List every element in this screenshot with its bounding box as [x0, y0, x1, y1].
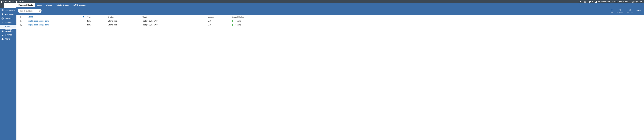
cell-version: 6.0 — [206, 19, 230, 23]
col-status[interactable]: Overall Status — [230, 15, 644, 19]
status-dot-icon — [232, 24, 233, 26]
tab-iscsi-session[interactable]: iSCSI Session — [71, 3, 88, 7]
svg-rect-8 — [3, 11, 4, 11]
plus-icon — [610, 8, 613, 11]
svg-rect-3 — [2, 10, 2, 11]
svg-point-19 — [3, 35, 3, 35]
add-label: Add — [610, 12, 613, 14]
cell-status: Running — [230, 23, 644, 27]
toolbar-band: Add Remove Refresh ⋮ More ▾ — [16, 7, 644, 15]
col-type[interactable]: Type — [86, 15, 106, 19]
more-button[interactable]: ⋮ More ▾ — [636, 8, 641, 11]
sidebar-item-label: Dashboard — [5, 9, 14, 11]
sidebar-item-storage[interactable]: Storage Systems — [0, 29, 16, 33]
brand-logo: ▮ NetApp — [1, 0, 11, 3]
sidebar-item-label: Hosts — [5, 26, 10, 28]
sidebar-item-monitor[interactable]: Monitor — [0, 17, 16, 21]
col-name[interactable]: Name — [26, 15, 86, 19]
cell-system: Stand-alone — [106, 23, 140, 27]
sidebar-item-settings[interactable]: Settings — [0, 33, 16, 37]
cell-version: 6.0 — [206, 23, 230, 27]
chart-icon — [1, 21, 4, 24]
cell-plugin: PostgreSQL, UNIX — [140, 19, 206, 23]
svg-rect-1 — [2, 10, 3, 10]
select-all-checkbox[interactable] — [20, 16, 22, 18]
sidebar-item-alerts[interactable]: Alerts — [0, 37, 16, 41]
notifications-icon[interactable] — [579, 1, 582, 3]
help-menu[interactable]: ▾ — [588, 1, 593, 3]
remove-button[interactable]: Remove — [618, 8, 623, 14]
cell-system: Stand-alone — [106, 19, 140, 23]
storage-icon — [1, 30, 4, 32]
tab-shares[interactable]: Shares — [44, 3, 54, 7]
svg-rect-6 — [2, 11, 2, 11]
hosts-table-container: Name Type System Plug-in Version Overall… — [16, 15, 644, 140]
tab-disks[interactable]: Disks — [35, 3, 44, 7]
svg-rect-5 — [3, 10, 4, 11]
svg-rect-12 — [2, 30, 4, 30]
shield-icon — [1, 13, 4, 16]
status-dot-icon — [232, 20, 233, 22]
cell-status: Running — [230, 19, 644, 23]
svg-marker-21 — [39, 10, 40, 12]
row-checkbox[interactable] — [20, 24, 22, 26]
sidebar-item-hosts[interactable]: Hosts — [0, 25, 16, 29]
sidebar-item-label: Storage Systems — [5, 29, 15, 33]
caret-down-icon: ▾ — [592, 1, 593, 3]
refresh-icon — [628, 8, 631, 11]
host-link[interactable]: psql01.sddc.netapp.com — [28, 20, 49, 22]
col-system[interactable]: System — [106, 15, 140, 19]
sidebar-item-reports[interactable]: Reports — [0, 21, 16, 25]
hosts-icon — [1, 26, 4, 28]
cell-name: psql01.sddc.netapp.com — [26, 19, 86, 23]
svg-rect-13 — [2, 31, 4, 31]
settings-icon — [1, 34, 4, 36]
user-name: administrator — [598, 1, 610, 3]
svg-point-20 — [2, 35, 2, 36]
remove-label: Remove — [618, 12, 623, 14]
filter-button[interactable] — [38, 9, 42, 13]
sidebar-item-label: Alerts — [5, 38, 10, 40]
svg-point-18 — [2, 34, 2, 34]
svg-rect-14 — [2, 31, 4, 32]
sign-out-button[interactable]: Sign Out — [631, 1, 642, 3]
cell-type: Linux — [86, 19, 106, 23]
monitor-icon — [1, 17, 4, 20]
sidebar: Dashboard Resources Monitor Reports Host… — [0, 8, 16, 140]
search-input[interactable] — [18, 9, 38, 13]
svg-rect-2 — [3, 10, 4, 10]
table-row: psql02.sddc.netapp.comLinuxStand-alonePo… — [16, 23, 644, 27]
sidebar-item-label: Reports — [5, 22, 12, 24]
grid-icon — [1, 9, 4, 12]
col-plugin[interactable]: Plug-in — [140, 15, 206, 19]
cell-name: psql02.sddc.netapp.com — [26, 23, 86, 27]
kebab-icon: ⋮ — [638, 8, 640, 9]
more-label: More ▾ — [636, 10, 641, 11]
product-name: SnapCenter® — [12, 0, 26, 3]
sidebar-item-dashboard[interactable]: Dashboard — [0, 8, 16, 12]
sidebar-item-label: Resources — [5, 14, 14, 16]
host-link[interactable]: psql02.sddc.netapp.com — [28, 24, 49, 26]
tab-managed-hosts[interactable]: Managed Hosts — [16, 3, 35, 7]
alert-icon — [1, 38, 4, 40]
refresh-button[interactable]: Refresh — [627, 8, 632, 14]
add-button[interactable]: Add — [610, 8, 613, 14]
cell-type: Linux — [86, 23, 106, 27]
cell-plugin: PostgreSQL, UNIX — [140, 23, 206, 27]
tab-initiator-groups[interactable]: Initiator Groups — [54, 3, 72, 7]
sidebar-item-label: Settings — [5, 34, 12, 36]
svg-rect-7 — [2, 11, 3, 11]
svg-rect-4 — [2, 10, 3, 11]
col-version[interactable]: Version — [206, 15, 230, 19]
refresh-label: Refresh — [627, 12, 632, 14]
row-checkbox[interactable] — [20, 20, 22, 22]
table-header-row: Name Type System Plug-in Version Overall… — [16, 15, 644, 19]
user-menu[interactable]: administrator — [595, 1, 610, 3]
sidebar-collapse-button[interactable] — [0, 3, 4, 8]
sort-asc-icon — [82, 16, 84, 18]
app-header: ▮ NetApp SnapCenter® ▾ administrator Sna… — [0, 0, 644, 3]
table-row: psql01.sddc.netapp.comLinuxStand-alonePo… — [16, 19, 644, 23]
mail-icon[interactable] — [584, 1, 586, 3]
sidebar-item-resources[interactable]: Resources — [0, 12, 16, 17]
role-label[interactable]: SnapCenterAdmin — [612, 1, 629, 3]
